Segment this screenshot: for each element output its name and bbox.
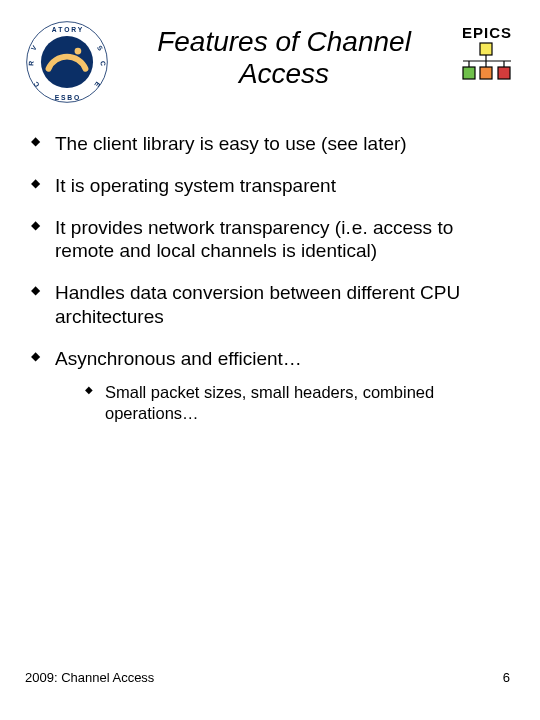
- list-item: It provides network transparency (i. e. …: [27, 216, 515, 264]
- slide-footer: 2009: Channel Access 6: [25, 670, 510, 685]
- svg-text:C: C: [99, 61, 106, 67]
- list-item: Handles data conversion between differen…: [27, 281, 515, 329]
- slide-title: Features of Channel Access: [115, 26, 453, 90]
- list-item: It is operating system transparent: [27, 174, 515, 198]
- sub-bullet-list: Small packet sizes, small headers, combi…: [83, 382, 515, 423]
- list-item-text: It is operating system transparent: [55, 175, 336, 196]
- list-item-text: Handles data conversion between differen…: [55, 282, 460, 327]
- svg-text:R: R: [27, 61, 34, 67]
- slide-header: A T O R Y V R S C E S B O C E Features o…: [25, 20, 515, 108]
- list-item-text: Asynchronous and efficient…: [55, 348, 302, 369]
- epics-branding: EPICS: [459, 20, 515, 85]
- svg-text:A T O R Y: A T O R Y: [52, 26, 83, 33]
- slide: A T O R Y V R S C E S B O C E Features o…: [0, 0, 540, 720]
- sub-list-item-text: Small packet sizes, small headers, combi…: [105, 383, 434, 422]
- title-container: Features of Channel Access: [115, 20, 453, 90]
- slide-content: The client library is easy to use (see l…: [25, 132, 515, 424]
- footer-page-number: 6: [503, 670, 510, 685]
- list-item: Asynchronous and efficient… Small packet…: [27, 347, 515, 424]
- svg-rect-17: [463, 67, 475, 79]
- epics-label: EPICS: [459, 24, 515, 41]
- list-item-text: It provides network transparency (i. e. …: [55, 217, 453, 262]
- list-item: The client library is easy to use (see l…: [27, 132, 515, 156]
- sub-list-item: Small packet sizes, small headers, combi…: [83, 382, 515, 423]
- observatory-logo: A T O R Y V R S C E S B O C E: [25, 20, 109, 108]
- list-item-text: The client library is easy to use (see l…: [55, 133, 407, 154]
- epics-icon: [459, 41, 515, 81]
- svg-rect-11: [480, 43, 492, 55]
- svg-rect-18: [480, 67, 492, 79]
- svg-text:E S B O: E S B O: [55, 94, 80, 101]
- svg-rect-19: [498, 67, 510, 79]
- observatory-logo-svg: A T O R Y V R S C E S B O C E: [25, 20, 109, 104]
- bullet-list: The client library is easy to use (see l…: [27, 132, 515, 424]
- svg-point-2: [75, 48, 82, 55]
- footer-left: 2009: Channel Access: [25, 670, 154, 685]
- svg-point-1: [41, 36, 93, 88]
